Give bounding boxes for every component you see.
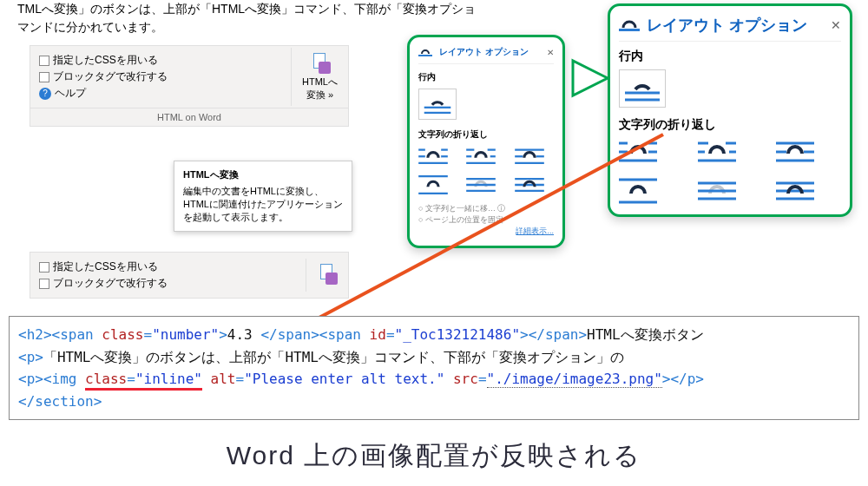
checkbox-block-tag-br-2[interactable]: ブロックタグで改行する	[39, 276, 297, 291]
wrap-square[interactable]	[418, 146, 457, 168]
ribbon-html-on-word: 指定したCSSを用いる ブロックタグで改行する ?ヘルプ HTMLへ 変換 » …	[30, 45, 349, 127]
inline-option-icon	[418, 47, 432, 57]
popup-title: レイアウト オプション	[647, 15, 824, 36]
checkbox-block-tag-br[interactable]: ブロックタグで改行する	[39, 69, 282, 84]
more-link[interactable]: 詳細表示...	[418, 226, 554, 237]
section-inline-label: 行内	[619, 49, 841, 64]
ribbon-html-on-word-2: 指定したCSSを用いる ブロックタグで改行する	[30, 252, 349, 299]
svg-marker-50	[573, 61, 608, 95]
ribbon-group-label: HTML on Word	[30, 108, 348, 126]
save-html-icon	[310, 53, 331, 74]
wrap-tight[interactable]	[698, 138, 763, 167]
wrap-front[interactable]	[776, 176, 841, 206]
popup-title: レイアウト オプション	[439, 46, 540, 58]
svg-rect-25	[619, 29, 640, 31]
wrap-topbottom[interactable]	[619, 176, 684, 206]
section-wrap-label: 文字列の折り返し	[619, 117, 841, 133]
code-block: <h2><span class="number">4.3 </span><spa…	[9, 316, 859, 420]
wrap-through[interactable]	[515, 146, 554, 168]
wrap-behind[interactable]	[466, 174, 505, 196]
convert-to-html-button[interactable]: HTMLへ 変換 »	[291, 48, 348, 106]
wrap-square[interactable]	[619, 138, 684, 167]
close-icon[interactable]: ✕	[831, 18, 841, 32]
inline-option-icon	[619, 17, 640, 33]
wrap-topbottom[interactable]	[418, 174, 457, 196]
wrap-behind[interactable]	[698, 176, 763, 206]
svg-rect-0	[418, 55, 432, 56]
wrap-front[interactable]	[515, 174, 554, 196]
section-wrap-label: 文字列の折り返し	[418, 128, 554, 141]
layout-options-popup-large: レイアウト オプション ✕ 行内 文字列の折り返し	[608, 3, 852, 217]
checkbox-use-css[interactable]: 指定したCSSを用いる	[39, 53, 282, 68]
section-inline-label: 行内	[418, 71, 554, 83]
layout-options-popup-small: レイアウト オプション ✕ 行内 文字列の折り返し ○ 文字列と一緒に移… ⓘ …	[407, 35, 565, 248]
wrap-tight[interactable]	[466, 146, 505, 168]
help-button[interactable]: ?ヘルプ	[39, 86, 282, 101]
wrap-inline[interactable]	[418, 89, 457, 120]
wrap-inline[interactable]	[619, 69, 666, 108]
doc-paragraph: TMLへ変換」のボタンは、上部が「HTMLへ変換」コマンド、下部が「変換オプショ…	[17, 0, 538, 36]
convert-to-html-button-2[interactable]	[306, 259, 348, 292]
wrap-through[interactable]	[776, 138, 841, 167]
help-icon: ?	[39, 88, 51, 100]
caption: Word 上の画像配置が反映される	[0, 438, 868, 474]
tooltip-convert-html: HTMLへ変換 編集中の文書をHTMLに変換し、HTMLに関連付けたアプリケーシ…	[174, 161, 352, 232]
close-icon[interactable]: ✕	[547, 48, 554, 57]
checkbox-use-css-2[interactable]: 指定したCSSを用いる	[39, 259, 297, 274]
save-html-icon	[317, 264, 338, 285]
